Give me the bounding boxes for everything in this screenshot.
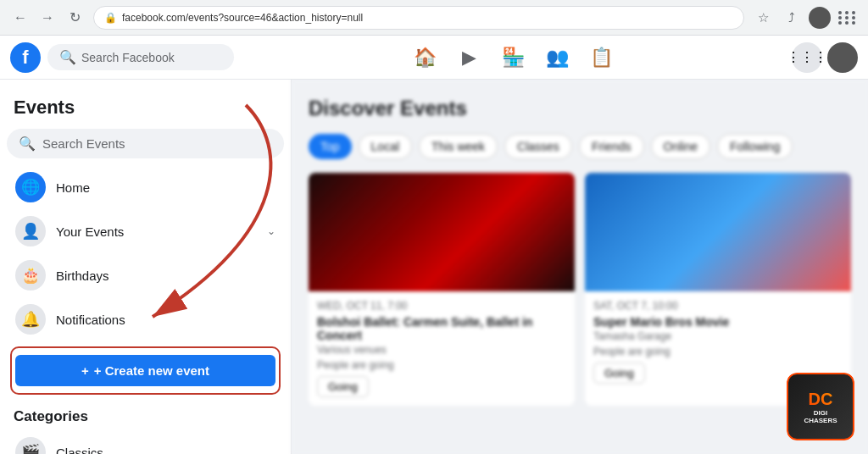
fb-nav-watch[interactable]: ▶ xyxy=(448,39,489,76)
fb-nav-marketplace[interactable]: 🏪 xyxy=(492,39,533,76)
sidebar-item-classics-label: Classics xyxy=(56,446,275,455)
sidebar-item-notifications[interactable]: 🔔 Notifications xyxy=(7,297,284,341)
sidebar-item-your-events[interactable]: 👤 Your Events ⌄ xyxy=(7,209,284,253)
create-event-wrapper: + + Create new event xyxy=(10,346,281,395)
sidebar-search[interactable]: 🔍 xyxy=(7,129,284,158)
sidebar-item-home-label: Home xyxy=(56,180,275,195)
event-card-mario[interactable]: SAT, OCT 7, 10:00 Super Mario Bros Movie… xyxy=(585,173,851,406)
fb-nav-home[interactable]: 🏠 xyxy=(404,39,445,76)
browser-actions: ☆ ⤴ xyxy=(751,6,860,30)
going-button-mario[interactable]: Going xyxy=(593,363,645,384)
fb-search-icon: 🔍 xyxy=(59,49,76,65)
filter-following[interactable]: Following xyxy=(717,134,793,159)
sidebar: Events 🔍 🌐 Home 👤 Your Events ⌄ 🎂 Birthd… xyxy=(0,80,292,454)
home-icon: 🌐 xyxy=(15,172,46,202)
chevron-down-icon: ⌄ xyxy=(267,225,275,237)
profile-circle xyxy=(809,7,831,29)
create-event-label: + Create new event xyxy=(94,363,209,378)
event-going-mario: People are going xyxy=(593,346,843,357)
event-venue-carmen: Various venues xyxy=(317,344,566,356)
fb-logo: f xyxy=(10,42,41,73)
your-events-icon: 👤 xyxy=(15,216,46,246)
sidebar-item-notifications-label: Notifications xyxy=(56,313,275,327)
apps-button[interactable] xyxy=(836,6,860,30)
event-image-mario xyxy=(585,173,851,291)
browser-chrome: ← → ↻ 🔒 facebook.com/events?source=46&ac… xyxy=(0,0,868,36)
fb-search-input[interactable] xyxy=(81,51,222,64)
fb-profile-pic[interactable] xyxy=(827,42,858,73)
categories-title: Categories xyxy=(7,400,284,430)
nav-buttons: ← → ↻ xyxy=(8,6,86,30)
sidebar-search-input[interactable] xyxy=(42,136,272,151)
event-date-mario: SAT, OCT 7, 10:00 xyxy=(593,300,843,312)
fb-nav-pages[interactable]: 📋 xyxy=(581,39,621,76)
filter-friends[interactable]: Friends xyxy=(579,134,644,159)
plus-icon: + xyxy=(81,363,89,378)
event-date-carmen: WED, OCT 11, 7:00 xyxy=(317,300,566,312)
sidebar-title: Events xyxy=(7,90,284,129)
watermark-dc: DC xyxy=(809,390,833,409)
filter-tabs: Top Local This week Classes Friends Onli… xyxy=(309,134,851,159)
fb-nav-groups[interactable]: 👥 xyxy=(537,39,577,76)
event-info-carmen: WED, OCT 11, 7:00 Bolshoi Ballet: Carmen… xyxy=(309,291,575,406)
watermark-brand: DIGICHASERS xyxy=(804,409,837,424)
events-grid: WED, OCT 11, 7:00 Bolshoi Ballet: Carmen… xyxy=(309,173,851,406)
classics-icon: 🎬 xyxy=(15,437,46,454)
event-venue-mario: Tamasha Garage xyxy=(593,330,843,342)
forward-button[interactable]: → xyxy=(36,6,59,30)
fb-menu-button[interactable]: ⋮⋮⋮ xyxy=(792,42,822,73)
create-event-button[interactable]: + + Create new event xyxy=(15,355,275,386)
bookmark-button[interactable]: ☆ xyxy=(751,6,775,30)
event-card-carmen[interactable]: WED, OCT 11, 7:00 Bolshoi Ballet: Carmen… xyxy=(309,173,575,406)
watermark: DC DIGICHASERS xyxy=(787,373,854,440)
fb-right-icons: ⋮⋮⋮ xyxy=(792,42,858,73)
going-button-carmen[interactable]: Going xyxy=(317,376,369,397)
back-button[interactable]: ← xyxy=(8,6,32,30)
lock-icon: 🔒 xyxy=(104,12,117,24)
filter-this-week[interactable]: This week xyxy=(419,134,498,159)
filter-online[interactable]: Online xyxy=(651,134,710,159)
fb-header: f 🔍 🏠 ▶ 🏪 👥 📋 ⋮⋮⋮ xyxy=(0,36,868,80)
main-layout: Events 🔍 🌐 Home 👤 Your Events ⌄ 🎂 Birthd… xyxy=(0,80,868,454)
fb-search-box[interactable]: 🔍 xyxy=(47,44,234,70)
sidebar-item-home[interactable]: 🌐 Home xyxy=(7,165,284,209)
sidebar-search-icon: 🔍 xyxy=(19,136,36,152)
notifications-icon: 🔔 xyxy=(15,304,46,335)
content-area: Discover Events Top Local This week Clas… xyxy=(292,80,868,454)
event-title-mario: Super Mario Bros Movie xyxy=(593,315,843,329)
filter-local[interactable]: Local xyxy=(359,134,412,159)
event-going-carmen: People are going xyxy=(317,359,566,371)
sidebar-item-birthdays[interactable]: 🎂 Birthdays xyxy=(7,253,284,297)
address-bar[interactable]: 🔒 facebook.com/events?source=46&action_h… xyxy=(93,6,744,30)
event-title-carmen: Bolshoi Ballet: Carmen Suite, Ballet in … xyxy=(317,315,566,342)
filter-top[interactable]: Top xyxy=(309,134,352,159)
fb-nav-icons: 🏠 ▶ 🏪 👥 📋 xyxy=(241,39,785,76)
filter-classes[interactable]: Classes xyxy=(504,134,572,159)
birthdays-icon: 🎂 xyxy=(15,260,46,291)
event-image-carmen xyxy=(309,173,575,291)
discover-title: Discover Events xyxy=(309,97,851,120)
sidebar-item-classics[interactable]: 🎬 Classics xyxy=(7,430,284,454)
share-button[interactable]: ⤴ xyxy=(780,6,804,30)
sidebar-item-birthdays-label: Birthdays xyxy=(56,269,275,283)
url-text: facebook.com/events?source=46&action_his… xyxy=(122,12,363,24)
sidebar-item-your-events-label: Your Events xyxy=(56,224,257,239)
refresh-button[interactable]: ↻ xyxy=(63,6,86,30)
